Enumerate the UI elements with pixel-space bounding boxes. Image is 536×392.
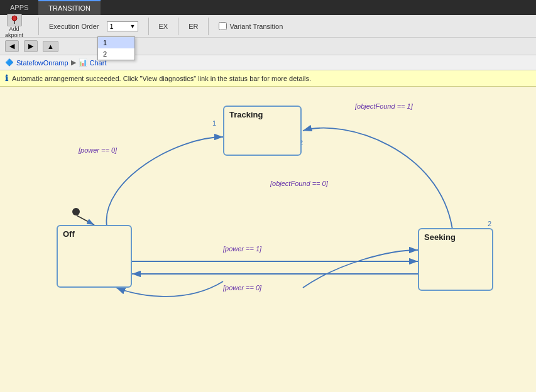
state-off[interactable]: Off bbox=[57, 225, 132, 288]
dropdown-item-2[interactable]: 2 bbox=[98, 48, 134, 60]
svg-text:2: 2 bbox=[488, 220, 491, 227]
breakpoint-svg bbox=[9, 15, 19, 25]
info-message: Automatic arrangement succeeded. Click "… bbox=[12, 75, 311, 82]
execution-order-select[interactable]: 1 2 ▼ bbox=[107, 21, 138, 31]
tab-apps-label: APPS bbox=[10, 4, 28, 11]
state-seeking[interactable]: Seeking bbox=[418, 228, 493, 291]
toolbar-row2: Addakpoint Execution Order 1 2 ▼ EX ER V… bbox=[0, 15, 536, 38]
tab-bar: APPS TRANSITION bbox=[0, 0, 536, 15]
execution-order-label: Execution Order bbox=[49, 23, 99, 30]
toolbar-row3: ◀ ▶ ▲ bbox=[0, 38, 536, 55]
state-seeking-label: Seeking bbox=[424, 232, 456, 242]
trans-label-objectFound0: [objectFound == 0] bbox=[270, 180, 328, 187]
tab-transition[interactable]: TRANSITION bbox=[38, 0, 101, 15]
forward-button[interactable]: ▶ bbox=[24, 40, 38, 52]
state-tracking[interactable]: Tracking bbox=[223, 106, 302, 156]
breadcrumb-separator: ▶ bbox=[71, 58, 76, 67]
trans-label-power0-off: [power == 0] bbox=[79, 146, 117, 154]
state-off-label: Off bbox=[63, 229, 75, 239]
divider2 bbox=[148, 18, 149, 35]
breadcrumb-root[interactable]: StatefowOnramp bbox=[16, 59, 68, 67]
state-tracking-label: Tracking bbox=[229, 110, 263, 119]
ex-label: EX bbox=[159, 23, 168, 30]
initial-state-dot bbox=[72, 208, 80, 215]
breadcrumb: 🔷 StatefowOnramp ▶ 📊 Chart bbox=[0, 55, 536, 70]
info-bar: ℹ Automatic arrangement succeeded. Click… bbox=[0, 70, 536, 87]
tab-transition-label: TRANSITION bbox=[48, 4, 90, 12]
trans-label-objectFound1: [objectFound == 1] bbox=[355, 102, 413, 110]
add-breakpoint-label: Addakpoint bbox=[5, 26, 23, 39]
add-breakpoint-icon[interactable] bbox=[7, 14, 22, 26]
svg-line-4 bbox=[77, 215, 94, 225]
divider3 bbox=[178, 18, 178, 35]
er-label: ER bbox=[189, 23, 198, 30]
trans-label-power0-seek: [power == 0] bbox=[223, 284, 261, 291]
add-breakpoint-group: Addakpoint bbox=[5, 14, 23, 39]
variant-transition-group[interactable]: Variant Transition bbox=[219, 22, 283, 30]
up-button[interactable]: ▲ bbox=[43, 41, 58, 52]
divider4 bbox=[208, 18, 209, 35]
trans-label-power1: [power == 1] bbox=[223, 245, 261, 253]
info-icon: ℹ bbox=[5, 74, 8, 83]
variant-transition-label: Variant Transition bbox=[229, 23, 283, 30]
breadcrumb-root-icon: 🔷 bbox=[5, 58, 14, 67]
dropdown-item-1[interactable]: 1 bbox=[98, 37, 134, 48]
execution-order-dropdown[interactable]: 1 2 bbox=[107, 21, 138, 31]
canvas: 1 2 2 1 Tracking Off Seeking [objectFoun… bbox=[0, 87, 536, 392]
back-button[interactable]: ◀ bbox=[5, 40, 19, 52]
execution-order-menu[interactable]: 1 2 bbox=[97, 36, 135, 60]
breadcrumb-chart-icon: 📊 bbox=[79, 58, 87, 67]
divider1 bbox=[38, 18, 39, 35]
variant-checkbox[interactable] bbox=[219, 22, 227, 30]
svg-text:1: 1 bbox=[212, 119, 216, 127]
svg-point-0 bbox=[12, 16, 17, 21]
tab-apps[interactable]: APPS bbox=[0, 0, 38, 15]
